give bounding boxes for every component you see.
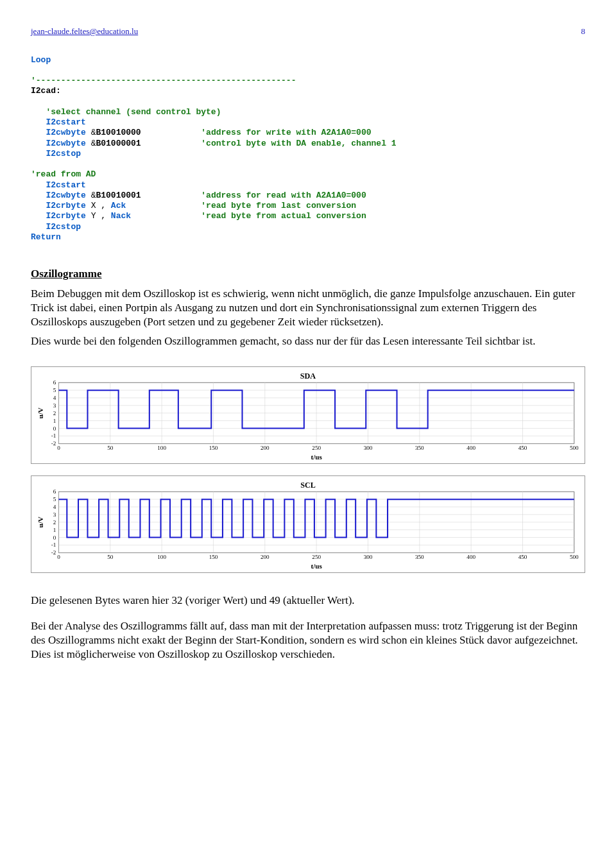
svg-text:-1: -1 [51, 542, 56, 548]
section-heading: Oszillogramme [31, 267, 585, 282]
chart-scl: SCL050100150200250300350400450500-2-1012… [31, 475, 585, 573]
svg-text:100: 100 [157, 554, 166, 560]
page-header: jean-claude.feltes@education.lu 8 [31, 26, 585, 37]
author-link[interactable]: jean-claude.feltes@education.lu [31, 26, 138, 37]
kw-i2cstart-1: I2cstart [46, 117, 85, 127]
svg-text:0: 0 [53, 535, 56, 541]
paragraph-2: Dies wurde bei den folgenden Oszillogram… [31, 334, 585, 348]
svg-text:300: 300 [364, 445, 373, 452]
paragraph-3: Die gelesenen Bytes waren hier 32 (vorig… [31, 594, 585, 608]
svg-text:350: 350 [415, 554, 424, 560]
kw-i2cwbyte-1: I2cwbyte [46, 128, 85, 137]
svg-text:350: 350 [415, 445, 424, 452]
svg-text:0: 0 [53, 425, 56, 432]
cmt-ctrl: 'control byte with DA enable, channel 1 [201, 139, 396, 148]
svg-text:6: 6 [53, 488, 56, 495]
dash-line: '---------------------------------------… [31, 76, 296, 85]
cmt-addr-r: 'address for read with A2A1A0=000 [201, 191, 366, 200]
svg-text:4: 4 [53, 504, 56, 510]
svg-text:u/V: u/V [37, 517, 44, 527]
kw-i2cstop-1: I2cstop [46, 149, 81, 158]
num-b2: B01000001 [96, 139, 141, 148]
svg-text:4: 4 [53, 395, 56, 401]
svg-text:150: 150 [209, 445, 218, 452]
svg-text:50: 50 [107, 554, 114, 560]
kw-i2cstart-2: I2cstart [46, 180, 85, 190]
svg-text:-1: -1 [51, 433, 56, 440]
svg-text:200: 200 [261, 445, 270, 452]
svg-text:2: 2 [53, 519, 56, 526]
svg-text:400: 400 [466, 554, 475, 560]
cmt-read: 'read from AD [31, 169, 96, 179]
kw-nack: Nack [111, 211, 131, 221]
chart-sda: SDA050100150200250300350400450500-2-1012… [31, 366, 585, 464]
svg-text:300: 300 [364, 554, 373, 560]
svg-text:500: 500 [570, 554, 579, 560]
svg-text:250: 250 [312, 445, 321, 452]
svg-text:SCL: SCL [300, 481, 316, 490]
svg-text:3: 3 [53, 402, 56, 409]
svg-text:1: 1 [53, 527, 56, 533]
kw-i2crbyte-2: I2crbyte [46, 211, 85, 221]
kw-i2cstop-2: I2cstop [46, 222, 81, 232]
svg-text:50: 50 [107, 445, 114, 452]
chart-sda-svg: SDA050100150200250300350400450500-2-1012… [35, 371, 581, 462]
page-number: 8 [581, 26, 586, 37]
chart-scl-svg: SCL050100150200250300350400450500-2-1012… [35, 480, 581, 571]
lbl-i2cad: I2cad: [31, 86, 61, 96]
code-block: Loop '----------------------------------… [31, 55, 585, 243]
svg-text:0: 0 [57, 554, 60, 560]
svg-text:-2: -2 [51, 441, 56, 447]
svg-text:5: 5 [53, 387, 56, 393]
num-b1: B10010000 [96, 128, 141, 137]
cmt-last: 'read byte from last conversion [201, 201, 356, 210]
kw-i2crbyte-1: I2crbyte [46, 201, 85, 210]
svg-text:150: 150 [209, 554, 218, 560]
svg-text:6: 6 [53, 380, 56, 386]
paragraph-1: Beim Debuggen mit dem Oszilloskop ist es… [31, 287, 585, 329]
cmt-addr-w: 'address for write with A2A1A0=000 [201, 128, 371, 137]
svg-text:400: 400 [466, 445, 475, 452]
svg-text:3: 3 [53, 511, 56, 518]
kw-ack: Ack [111, 201, 126, 210]
svg-text:t/us: t/us [311, 453, 322, 461]
svg-text:250: 250 [312, 554, 321, 560]
svg-text:450: 450 [518, 445, 527, 452]
svg-text:2: 2 [53, 410, 56, 416]
svg-text:500: 500 [570, 445, 579, 452]
kw-i2cwbyte-3: I2cwbyte [46, 191, 85, 200]
svg-text:u/V: u/V [37, 407, 44, 418]
svg-text:5: 5 [53, 496, 56, 502]
svg-text:0: 0 [57, 445, 60, 452]
svg-text:SDA: SDA [300, 372, 316, 381]
svg-text:-2: -2 [51, 549, 56, 556]
kw-return: Return [31, 232, 61, 242]
cmt-select: 'select channel (send control byte) [46, 107, 221, 117]
num-b3: B10010001 [96, 191, 141, 200]
var-x: X [86, 201, 96, 210]
kw-i2cwbyte-2: I2cwbyte [46, 139, 85, 148]
paragraph-4: Bei der Analyse des Oszillogramms fällt … [31, 619, 585, 662]
svg-text:200: 200 [261, 554, 270, 560]
cmt-act: 'read byte from actual conversion [201, 211, 366, 221]
svg-text:450: 450 [518, 554, 527, 560]
svg-text:t/us: t/us [311, 562, 322, 570]
svg-text:1: 1 [53, 418, 56, 424]
svg-text:100: 100 [157, 445, 166, 452]
kw-loop: Loop [31, 55, 51, 65]
var-y: Y [86, 211, 96, 221]
